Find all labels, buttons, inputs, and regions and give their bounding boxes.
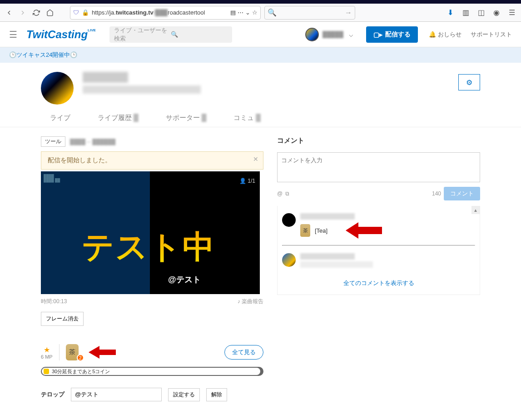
menu-icon[interactable]: ☰: [506, 6, 518, 19]
arrow-annotation-icon: [89, 344, 116, 360]
tab-community[interactable]: コミュ█: [233, 114, 261, 122]
viewer-count: 👤 1/1: [239, 178, 255, 184]
commenter-avatar[interactable]: [282, 253, 296, 267]
forward-icon: [16, 6, 29, 19]
shield-icon: 🛡: [73, 9, 79, 16]
star-icon: ★: [41, 345, 53, 354]
commenter-name: [300, 253, 355, 260]
profile-avatar[interactable]: [41, 72, 74, 105]
close-icon[interactable]: ✕: [253, 155, 258, 163]
pocket-icon[interactable]: ⌄: [245, 9, 250, 16]
comment-item: [282, 253, 475, 268]
telop-clear-button[interactable]: 解除: [206, 388, 227, 401]
search-placeholder: ライブ・ユーザーを検索: [114, 26, 171, 43]
tool-blur-text: ████ ─ ██████: [70, 139, 115, 145]
arrow-annotation-icon: [346, 221, 382, 240]
gift-count-badge: 2: [77, 354, 84, 361]
download-icon[interactable]: ⬇: [444, 6, 456, 19]
telop-input[interactable]: [71, 388, 162, 401]
tab-history[interactable]: ライブ履歴█: [98, 114, 139, 122]
at-symbol[interactable]: @: [277, 190, 283, 197]
profile-section: ⚙: [0, 63, 521, 105]
site-search[interactable]: ライブ・ユーザーを検索 🔍: [109, 26, 232, 43]
announcement-bar: 🕒ツイキャス24開催中🕒: [0, 47, 521, 63]
broadcast-button[interactable]: ▢▸ 配信する: [366, 26, 418, 43]
show-all-comments-link[interactable]: 全てのコメントを表示する: [343, 280, 414, 286]
announcement-link[interactable]: ツイキャス24開催中: [16, 51, 70, 58]
chevron-down-icon[interactable]: ⌵: [349, 30, 353, 39]
settings-button[interactable]: ⚙: [458, 74, 480, 90]
site-header: ☰ TwitCastingLIVE ライブ・ユーザーを検索 🔍 █████ ⌵ …: [0, 22, 521, 47]
svg-marker-0: [89, 346, 116, 359]
url-text: https://ja.twitcasting.tv/███roadcastert…: [92, 9, 205, 16]
mp-value: 6 MP: [41, 354, 53, 360]
logo[interactable]: TwitCastingLIVE: [26, 28, 96, 41]
user-name: █████: [323, 31, 343, 38]
tab-live[interactable]: ライブ: [50, 114, 70, 122]
home-icon[interactable]: [44, 6, 56, 19]
gift-text: [Tea]: [315, 227, 327, 234]
telop-set-button[interactable]: 設定する: [168, 388, 200, 401]
hamburger-icon[interactable]: ☰: [9, 29, 17, 40]
broadcast-started-alert: 配信を開始しました。 ✕: [41, 151, 263, 170]
sidebar-icon[interactable]: ◫: [475, 6, 487, 19]
tool-label[interactable]: ツール: [41, 136, 65, 147]
comment-list: ▲ 茶 [Tea]: [277, 206, 480, 295]
profile-bio: [83, 85, 201, 94]
commenter-name: [300, 213, 355, 220]
url-bar[interactable]: 🛡 🔒 https://ja.twitcasting.tv/███roadcas…: [70, 6, 261, 20]
library-icon[interactable]: ▥: [459, 6, 472, 19]
browser-toolbar: 🛡 🔒 https://ja.twitcasting.tv/███roadcas…: [0, 4, 521, 22]
commenter-avatar[interactable]: [282, 213, 296, 227]
coin-progress: 30分延長まであと5コイン: [41, 367, 263, 376]
view-all-button[interactable]: 全て見る: [224, 345, 263, 360]
tea-icon: 茶: [300, 224, 310, 237]
more-icon[interactable]: ⋯: [238, 9, 243, 16]
comment-item: 茶 [Tea]: [282, 213, 475, 240]
elapsed-time: 時間:00:13: [41, 298, 67, 305]
copy-icon[interactable]: ⧉: [285, 190, 289, 197]
reload-icon[interactable]: [30, 6, 43, 19]
profile-tabs: ライブ ライブ履歴█ サポーター█ コミュ█: [0, 105, 521, 127]
telop-label: テロップ: [41, 390, 65, 399]
frame-clear-button[interactable]: フレーム消去: [41, 312, 84, 326]
browser-search[interactable]: 🔍 →: [264, 6, 355, 20]
send-comment-button[interactable]: コメント: [444, 187, 480, 200]
tab-supporters[interactable]: サポーター█: [166, 114, 207, 122]
reader-icon[interactable]: ▤: [230, 9, 236, 16]
gear-icon: ⚙: [466, 78, 472, 87]
star-icon[interactable]: ☆: [252, 9, 258, 16]
progress-text: 30分延長まであと5コイン: [52, 368, 110, 375]
search-icon: 🔍: [268, 8, 277, 17]
comment-text: [300, 261, 373, 268]
bell-icon: 🔔: [429, 31, 436, 38]
svg-marker-1: [346, 222, 382, 239]
comment-input[interactable]: [277, 152, 480, 182]
back-icon[interactable]: [3, 6, 15, 19]
music-report-link[interactable]: ♪ 楽曲報告: [238, 298, 263, 305]
account-icon[interactable]: ◉: [490, 6, 503, 19]
overlay-text: テスト中: [82, 226, 215, 269]
notifications-link[interactable]: 🔔 おしらせ: [429, 30, 461, 39]
comments-heading: コメント: [277, 136, 480, 145]
gift-tea-item[interactable]: 茶 2: [66, 344, 82, 360]
support-list-link[interactable]: サポートリスト: [471, 30, 512, 39]
search-icon[interactable]: 🔍: [171, 31, 228, 38]
telop-overlay: @テスト: [168, 274, 201, 285]
scroll-up-icon[interactable]: ▲: [471, 206, 480, 214]
video-player[interactable]: ████████ ██ 👤 1/1 テスト中 @テスト: [41, 171, 260, 294]
go-icon[interactable]: →: [345, 9, 352, 17]
profile-name: [83, 72, 128, 83]
lock-icon: 🔒: [82, 9, 89, 16]
avatar[interactable]: [305, 28, 319, 41]
char-count: 140: [432, 190, 441, 197]
camera-icon: ▢▸: [373, 31, 382, 38]
